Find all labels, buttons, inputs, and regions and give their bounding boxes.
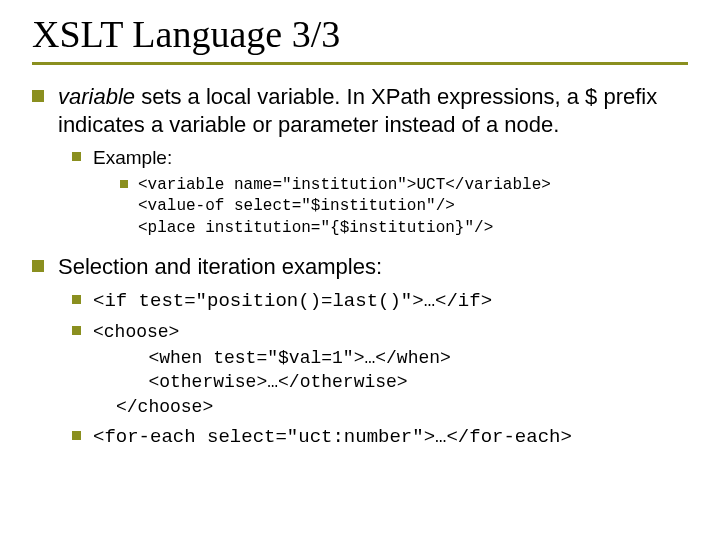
bullet-text: variable sets a local variable. In XPath… [58,83,688,138]
example-code: <variable name="institution">UCT</variab… [120,175,688,240]
code-block: <variable name="institution">UCT</variab… [138,175,688,240]
title-rule [32,62,688,65]
selection-examples: <if test="position()=last()">…</if> <cho… [72,289,688,450]
outline-square-bullet-icon [120,180,128,188]
code-line: <place institution="{$institution}"/> [138,218,688,240]
code-line: <choose> [93,320,688,344]
page-title: XSLT Language 3/3 [32,12,688,56]
small-square-bullet-icon [72,152,81,161]
code-line: <value-of select="$institution"/> [138,196,688,218]
keyword-variable: variable [58,84,135,109]
code-choose-body: <when test="$val=1">…</when> <otherwise>… [116,346,688,419]
code-line: <variable name="institution">UCT</variab… [138,175,688,197]
example-block: Example: <variable name="institution">UC… [72,146,688,239]
code-line: <otherwise>…</otherwise> [116,370,688,394]
list-item: <choose> [72,320,688,344]
code-if: <if test="position()=last()">…</if> [93,289,688,314]
bullet-text: Selection and iteration examples: [58,253,688,281]
list-item: <for-each select="uct:number">…</for-eac… [72,425,688,450]
small-square-bullet-icon [72,431,81,440]
square-bullet-icon [32,260,44,272]
example-label: Example: [93,146,688,171]
small-square-bullet-icon [72,326,81,335]
code-choose: <choose> [93,320,688,344]
code-foreach: <for-each select="uct:number">…</for-eac… [93,425,688,450]
code-line: </choose> [116,395,688,419]
bullet-selection: Selection and iteration examples: <if te… [32,253,688,449]
list-item: <if test="position()=last()">…</if> [72,289,688,314]
slide: XSLT Language 3/3 variable sets a local … [0,0,720,540]
square-bullet-icon [32,90,44,102]
variable-desc: sets a local variable. In XPath expressi… [58,84,657,137]
code-line: <when test="$val=1">…</when> [116,346,688,370]
bullet-variable: variable sets a local variable. In XPath… [32,83,688,239]
small-square-bullet-icon [72,295,81,304]
